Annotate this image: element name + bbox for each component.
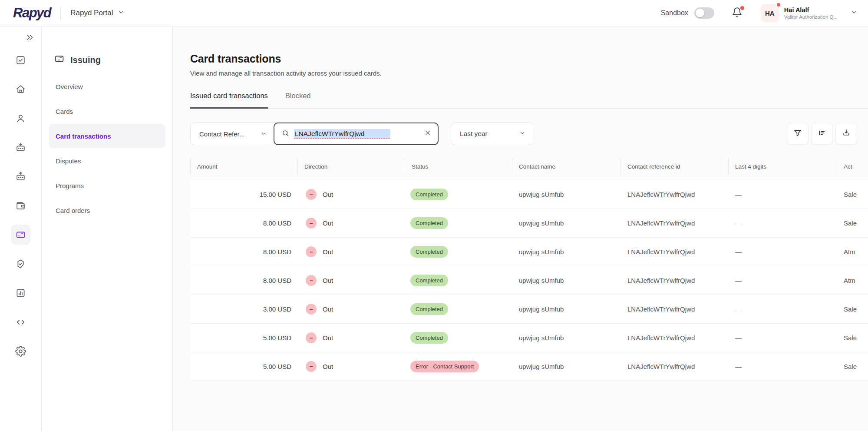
rail-item-bar-chart-icon[interactable]: [11, 283, 31, 303]
cell-contact-name: upwjug sUmfub: [512, 191, 620, 198]
cell-status: Error - Contact Support: [405, 361, 512, 372]
sidebar-item-disputes[interactable]: Disputes: [49, 149, 165, 173]
cell-amount: 5.00 USD: [190, 334, 297, 341]
table-row[interactable]: 3.00 USD−OutCompletedupwjug sUmfubLNAJef…: [190, 295, 868, 323]
table-row[interactable]: 8.00 USD−OutCompletedupwjug sUmfubLNAJef…: [190, 266, 868, 295]
sort-button[interactable]: [811, 123, 833, 145]
direction-label: Out: [323, 305, 333, 313]
search-icon: [281, 129, 290, 139]
sort-icon: [818, 129, 826, 139]
filter-combo: Contact Refer... LNAJeflcWTrYwlfrQjwd: [190, 123, 439, 145]
toolbar: Contact Refer... LNAJeflcWTrYwlfrQjwd La…: [190, 123, 868, 145]
bell-icon: [732, 12, 743, 19]
column-header-direction: Direction: [297, 158, 405, 175]
chevron-down-icon[interactable]: [851, 9, 858, 17]
sidebar-title-label: Issuing: [70, 55, 101, 65]
cell-direction: −Out: [297, 189, 405, 200]
sidebar-item-programs[interactable]: Programs: [49, 173, 165, 198]
tab-blocked[interactable]: Blocked: [285, 92, 311, 109]
cell-activity: Sale: [837, 191, 868, 198]
cell-activity: Sale: [837, 305, 868, 313]
cell-status: Completed: [405, 275, 512, 286]
toggle-knob: [696, 9, 704, 17]
filter-button[interactable]: [787, 123, 809, 145]
cell-contact-reference-id: LNAJeflcWTrYwlfrQjwd: [620, 334, 728, 341]
rail-item-card-payin-icon[interactable]: [11, 137, 31, 157]
date-range-value: Last year: [460, 130, 488, 138]
download-button[interactable]: [835, 123, 857, 145]
rail-items: [11, 50, 31, 370]
filter-field-select[interactable]: Contact Refer...: [191, 123, 274, 145]
download-icon: [842, 129, 851, 139]
cell-contact-reference-id: LNAJeflcWTrYwlfrQjwd: [620, 277, 728, 284]
cell-contact-name: upwjug sUmfub: [512, 334, 620, 341]
avatar-status-dot: [776, 2, 781, 7]
toolbar-actions: [787, 123, 857, 145]
notifications-button[interactable]: [732, 7, 743, 20]
rail-item-card-payout-icon[interactable]: [11, 166, 31, 186]
rail-item-gear-icon[interactable]: [11, 341, 31, 361]
cell-activity: Sale: [837, 334, 868, 341]
table-row[interactable]: 5.00 USD−OutCompletedupwjug sUmfubLNAJef…: [190, 323, 868, 352]
sidebar-item-card-orders[interactable]: Card orders: [49, 198, 165, 222]
sidebar-item-cards[interactable]: Cards: [49, 99, 165, 123]
cell-last-4-digits: —: [728, 363, 837, 370]
status-badge: Completed: [410, 303, 448, 315]
direction-out-icon: −: [306, 246, 317, 257]
column-header-contact-name: Contact name: [512, 158, 620, 175]
direction-label: Out: [323, 334, 333, 341]
portal-label: Rapyd Portal: [70, 9, 113, 17]
cell-direction: −Out: [297, 275, 405, 286]
table-row[interactable]: 8.00 USD−OutCompletedupwjug sUmfubLNAJef…: [190, 209, 868, 237]
cell-direction: −Out: [297, 304, 405, 315]
rail-item-home-icon[interactable]: [11, 79, 31, 99]
rail-item-wallet-icon[interactable]: [11, 196, 31, 216]
search-input[interactable]: LNAJeflcWTrYwlfrQjwd: [274, 123, 439, 145]
cell-contact-name: upwjug sUmfub: [512, 363, 620, 370]
expand-sidebar-button[interactable]: [25, 33, 34, 44]
cell-direction: −Out: [297, 361, 405, 372]
cell-last-4-digits: —: [728, 334, 837, 341]
main-content: Card transactions View and manage all tr…: [173, 27, 868, 431]
date-range-select[interactable]: Last year: [451, 123, 534, 145]
status-badge: Completed: [410, 275, 448, 286]
cell-activity: Sale: [837, 363, 868, 370]
table-row[interactable]: 8.00 USD−OutCompletedupwjug sUmfubLNAJef…: [190, 237, 868, 266]
user-menu[interactable]: Hai Alalf Valitor Authorization Q...: [784, 7, 838, 20]
user-org: Valitor Authorization Q...: [784, 14, 838, 20]
sidebar-nav: OverviewCardsCard transactionsDisputesPr…: [49, 74, 165, 222]
divider: [60, 7, 61, 20]
sandbox-toggle[interactable]: [694, 7, 714, 19]
sidebar-item-overview[interactable]: Overview: [49, 74, 165, 99]
rail-item-user-icon[interactable]: [11, 108, 31, 128]
issuing-sidebar: Issuing OverviewCardsCard transactionsDi…: [42, 27, 173, 431]
clear-search-button[interactable]: [424, 129, 432, 139]
table-row[interactable]: 5.00 USD−OutError - Contact Supportupwju…: [190, 352, 868, 381]
rail-item-check-square-icon[interactable]: [11, 50, 31, 70]
cell-amount: 8.00 USD: [190, 219, 297, 227]
card-icon: [54, 53, 65, 66]
direction-label: Out: [323, 248, 333, 255]
avatar[interactable]: HA: [761, 4, 779, 22]
rail-item-shield-check-icon[interactable]: [11, 254, 31, 274]
cell-activity: Sale: [837, 219, 868, 227]
sidebar-title: Issuing: [49, 53, 165, 66]
cell-activity: Atm: [837, 248, 868, 255]
cell-contact-reference-id: LNAJeflcWTrYwlfrQjwd: [620, 219, 728, 227]
tab-issued-card-transactions[interactable]: Issued card transactions: [190, 92, 268, 109]
rapyd-logo[interactable]: Rapyd: [13, 5, 51, 21]
rail-item-code-icon[interactable]: [11, 312, 31, 332]
cell-contact-reference-id: LNAJeflcWTrYwlfrQjwd: [620, 363, 728, 370]
cell-status: Completed: [405, 189, 512, 200]
table-row[interactable]: 15.00 USD−OutCompletedupwjug sUmfubLNAJe…: [190, 180, 868, 209]
sidebar-item-card-transactions[interactable]: Card transactions: [49, 124, 165, 148]
portal-switcher[interactable]: Rapyd Portal: [70, 9, 124, 18]
column-header-status: Status: [405, 158, 512, 175]
cell-contact-name: upwjug sUmfub: [512, 248, 620, 255]
column-header-act: Act: [837, 158, 868, 175]
direction-label: Out: [323, 219, 333, 227]
rail-item-card-icon[interactable]: [11, 225, 31, 245]
direction-out-icon: −: [306, 304, 317, 315]
status-badge: Error - Contact Support: [410, 361, 479, 372]
cell-amount: 15.00 USD: [190, 191, 297, 198]
